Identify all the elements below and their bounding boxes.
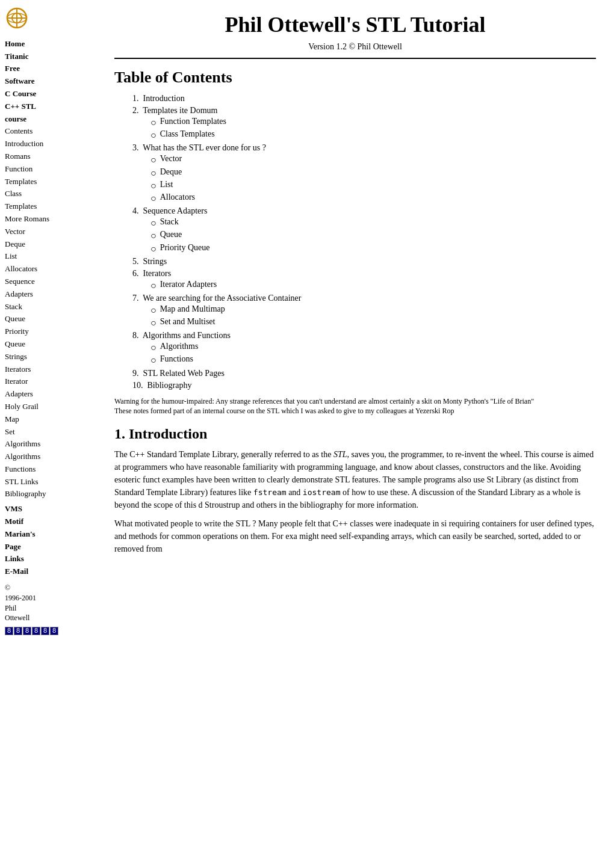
nav-map[interactable]: Map	[5, 413, 98, 426]
nav-set[interactable]: Set	[5, 426, 98, 439]
toc-item-9: 9. STL Related Web Pages	[132, 369, 596, 378]
toc-item-6-text[interactable]: 6. Iterators	[132, 269, 171, 278]
toc-sub-text[interactable]: Iterator Adapters	[160, 280, 217, 289]
toc-sub-text[interactable]: Map and Multimap	[160, 304, 225, 314]
toc-sub-item: ○ Vector	[150, 154, 596, 165]
intro-para2: What motivated people to write the STL ?…	[114, 517, 596, 555]
nav-list[interactable]: List	[5, 250, 98, 263]
nav-algorithms[interactable]: Algorithms	[5, 438, 98, 451]
sidebar: Home Titanic FreeSoftware C Course C++ S…	[0, 0, 102, 868]
nav-romans[interactable]: Romans	[5, 150, 98, 163]
toc-sub-item: ○ Function Templates	[150, 117, 596, 128]
toc-item-6: 6. Iterators ○ Iterator Adapters	[132, 269, 596, 291]
toc-sub-item: ○ Class Templates	[150, 129, 596, 141]
bullet-icon: ○	[150, 230, 157, 241]
toc-item-5-text[interactable]: 5. Strings	[132, 257, 167, 266]
nav-marians-page[interactable]: Marian'sPage	[5, 528, 98, 553]
toc-item-8: 8. Algorithms and Functions ○ Algorithms…	[132, 331, 596, 366]
nav-vms[interactable]: VMS	[5, 503, 98, 516]
bullet-icon: ○	[150, 217, 157, 229]
bullet-icon: ○	[150, 180, 157, 191]
nav-more-romans[interactable]: More Romans	[5, 213, 98, 226]
toc-sub-text[interactable]: Vector	[160, 154, 182, 164]
nav-iterators[interactable]: Iterators	[5, 363, 98, 376]
toc-item-2-text[interactable]: 2. Templates ite Domum	[132, 106, 217, 115]
nav-vector[interactable]: Vector	[5, 226, 98, 238]
toc-sub-text[interactable]: Class Templates	[160, 129, 215, 139]
toc-item-3-text[interactable]: 3. What has the STL ever done for us ?	[132, 143, 266, 152]
counter-d5: 8	[41, 627, 49, 635]
nav-motif[interactable]: Motif	[5, 516, 98, 528]
nav-allocators[interactable]: Allocators	[5, 263, 98, 275]
page-counter: 8 8 8 8 8 8	[5, 627, 98, 635]
toc-sub-item: ○ Allocators	[150, 192, 596, 204]
warning-box: Warning for the humour-impaired: Any str…	[114, 396, 596, 417]
bullet-icon: ○	[150, 154, 157, 165]
nav-free-software[interactable]: FreeSoftware	[5, 63, 98, 88]
bullet-icon: ○	[150, 304, 157, 316]
nav-function-templates[interactable]: FunctionTemplates	[5, 163, 98, 188]
nav-iterator-adapters[interactable]: IteratorAdapters	[5, 375, 98, 401]
toc-sub-text[interactable]: Allocators	[160, 192, 195, 202]
nav-email[interactable]: E-Mail	[5, 565, 98, 578]
toc-sub-text[interactable]: Queue	[160, 230, 182, 239]
toc-sub-text[interactable]: Algorithms	[160, 342, 199, 351]
toc-item-2: 2. Templates ite Domum ○ Function Templa…	[132, 106, 596, 141]
bullet-icon: ○	[150, 167, 157, 179]
nav-sequence-adapters[interactable]: SequenceAdapters	[5, 275, 98, 301]
toc-item-7-text[interactable]: 7. We are searching for the Associative …	[132, 294, 301, 303]
toc-item-10-text[interactable]: 10. Bibliography	[132, 381, 191, 390]
toc-sub-text[interactable]: Priority Queue	[160, 243, 210, 253]
counter-d2: 8	[14, 627, 22, 635]
intro-para1: The C++ Standard Template Library, gener…	[114, 448, 596, 511]
warning-line2: These notes formed part of an internal c…	[114, 407, 454, 415]
bullet-icon: ○	[150, 280, 157, 291]
nav-functions[interactable]: Functions	[5, 463, 98, 476]
counter-d3: 8	[23, 627, 31, 635]
toc-sub-text[interactable]: Stack	[160, 217, 179, 227]
bullet-icon: ○	[150, 243, 157, 254]
counter-d4: 8	[32, 627, 40, 635]
nav-algorithms2[interactable]: Algorithms	[5, 451, 98, 463]
nav-introduction[interactable]: Introduction	[5, 138, 98, 150]
toc-item-4-sub: ○ Stack ○ Queue ○ Priority Queue	[150, 217, 596, 254]
nav-contents[interactable]: Contents	[5, 125, 98, 138]
toc-sub-text[interactable]: List	[160, 180, 173, 189]
toc-sub-text[interactable]: Function Templates	[160, 117, 226, 126]
nav-bibliography[interactable]: Bibliography	[5, 488, 98, 500]
toc-item-1-text[interactable]: 1. Introduction	[132, 94, 185, 103]
nav-links[interactable]: Links	[5, 553, 98, 565]
toc-sub-item: ○ Set and Multiset	[150, 317, 596, 328]
toc-item-3: 3. What has the STL ever done for us ? ○…	[132, 143, 596, 204]
nav-titanic[interactable]: Titanic	[5, 51, 98, 63]
toc-sub-text[interactable]: Deque	[160, 167, 182, 177]
version-line: Version 1.2 © Phil Ottewell	[114, 42, 596, 52]
toc-item-4-text[interactable]: 4. Sequence Adapters	[132, 206, 207, 215]
nav-cpp-stl[interactable]: C++ STLcourse	[5, 100, 98, 126]
toc-item-8-text[interactable]: 8. Algorithms and Functions	[132, 331, 231, 340]
bullet-icon: ○	[150, 192, 157, 204]
toc-item-2-sub: ○ Function Templates ○ Class Templates	[150, 117, 596, 141]
logo-icon	[5, 6, 29, 30]
toc-item-9-text[interactable]: 9. STL Related Web Pages	[132, 369, 225, 378]
toc-sub-text[interactable]: Functions	[160, 354, 193, 364]
nav-queue[interactable]: Queue	[5, 313, 98, 325]
toc-sub-item: ○ Stack	[150, 217, 596, 229]
page-title: Phil Ottewell's STL Tutorial	[114, 12, 596, 37]
toc-item-8-sub: ○ Algorithms ○ Functions	[150, 342, 596, 366]
copyright-text: ©1996-2001PhilOttewell	[5, 583, 98, 623]
nav-strings[interactable]: Strings	[5, 351, 98, 363]
nav-class-templates[interactable]: ClassTemplates	[5, 188, 98, 213]
nav-holy-grail[interactable]: Holy Grail	[5, 401, 98, 413]
nav-c-course[interactable]: C Course	[5, 88, 98, 100]
nav-home[interactable]: Home	[5, 38, 98, 51]
nav-priority-queue[interactable]: PriorityQueue	[5, 325, 98, 351]
nav-stack[interactable]: Stack	[5, 301, 98, 313]
divider	[114, 58, 596, 59]
bullet-icon: ○	[150, 129, 157, 141]
toc-sub-text[interactable]: Set and Multiset	[160, 317, 216, 327]
warning-line1: Warning for the humour-impaired: Any str…	[114, 397, 534, 405]
nav-stl-links[interactable]: STL Links	[5, 476, 98, 488]
toc-item-3-sub: ○ Vector ○ Deque ○ List ○ Allocators	[150, 154, 596, 204]
nav-deque[interactable]: Deque	[5, 238, 98, 251]
